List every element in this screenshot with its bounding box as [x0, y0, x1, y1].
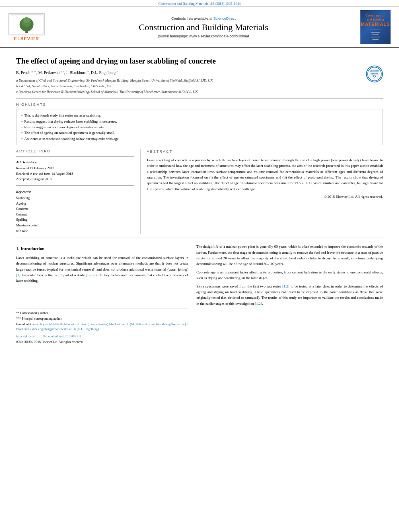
highlight-item-3: Results suggest an optimum degree of sat…	[21, 124, 378, 130]
cover-line1: Construction	[366, 14, 386, 18]
elsevier-logo-img	[8, 13, 45, 35]
sciencedirect-link[interactable]: ScienceDirect	[214, 16, 236, 21]
intro-heading: 1. Introduction	[16, 245, 188, 253]
contents-line: Contents lists available at ScienceDirec…	[51, 16, 356, 21]
article-history-label: Article history:	[16, 160, 134, 164]
cover-line3: MATERIALS	[361, 21, 390, 27]
topbar-citation: Construction and Building Materials 188 …	[158, 2, 241, 6]
author-petkovski: M. Petkovski a,*	[38, 70, 64, 75]
check-updates-circle: Check for updates ↻	[366, 66, 383, 82]
footnote-principal: *** Principal corresponding author.	[16, 316, 188, 321]
keyword-6: Moisture content	[16, 223, 134, 228]
author-peach: B. Peach a,**	[16, 70, 36, 75]
separator-body	[16, 238, 383, 238]
separator-keywords	[16, 185, 134, 186]
keyword-3: Concrete	[16, 206, 134, 212]
keyword-5: Spalling	[16, 217, 134, 223]
keywords-label: Keywords:	[16, 190, 134, 194]
intro-paragraph-right-1: The design life of a nuclear power plant…	[196, 244, 383, 267]
abstract-label: ABSTRACT	[147, 149, 383, 155]
separator-1	[16, 98, 383, 99]
abstract-col: ABSTRACT Laser scabbling of concrete is …	[141, 149, 383, 234]
article-title: The effect of ageing and drying on laser…	[16, 56, 383, 66]
keyword-4: Cement	[16, 212, 134, 218]
keyword-1: Scabbling	[16, 195, 134, 201]
info-abstract-row: ARTICLE INFO Article history: Received 1…	[16, 149, 383, 234]
svg-text:Check for: Check for	[370, 70, 379, 72]
intro-paragraph-right-2: Concrete age is an important factor affe…	[196, 269, 383, 281]
journal-header: ELSEVIER Contents lists available at Sci…	[0, 7, 399, 48]
footnote-corresponding: ** Corresponding author.	[16, 311, 188, 316]
doi-line[interactable]: https://doi.org/10.1016/j.conbuildmat.20…	[16, 334, 188, 339]
article-info-col: ARTICLE INFO Article history: Received 1…	[16, 149, 141, 234]
copyright-line: 0950-0618/© 2018 Elsevier Ltd. All right…	[16, 340, 188, 345]
contents-text: Contents lists available at	[171, 16, 212, 21]
keyword-7: w/b ratio	[16, 228, 134, 234]
author-engelberg: D.L. Engelberg c	[91, 70, 118, 75]
affiliations: a Department of Civil and Structural Eng…	[16, 78, 383, 94]
journal-title-center: Contents lists available at ScienceDirec…	[51, 16, 356, 38]
elsevier-brand: ELSEVIER	[14, 36, 39, 41]
abstract-copyright: © 2018 Elsevier Ltd. All rights reserved…	[147, 194, 383, 200]
highlight-item-4: The effect of ageing on saturated specim…	[21, 130, 378, 136]
body-col-left: 1. Introduction Laser scabbling of concr…	[16, 244, 188, 345]
affiliation-b: b TWI Ltd, Granta Park, Great Abington, …	[16, 84, 383, 89]
highlights-list: This is the fourth study in a series on …	[21, 113, 378, 142]
affiliation-a: a Department of Civil and Structural Eng…	[16, 78, 383, 83]
highlight-item-2: Results suggest that drying reduces lase…	[21, 119, 378, 124]
keyword-2: Ageing	[16, 201, 134, 207]
authors-line: B. Peach a,**, M. Petkovski a,*, J. Blac…	[16, 70, 383, 76]
highlights-label: HIGHLIGHTS	[16, 103, 383, 107]
body-col-right: The design life of a nuclear power plant…	[196, 244, 383, 345]
email-label: E-mail addresses:	[16, 322, 39, 326]
svg-point-4	[23, 17, 29, 23]
accepted-date: Accepted 20 August 2018	[16, 177, 134, 182]
journal-cover: Construction and Building MATERIALS ════…	[360, 10, 393, 44]
footnote-emails: E-mail addresses: bdpeach1@sheffield.ac.…	[16, 322, 188, 332]
received-date-2: Received in revised form 14 August 2018	[16, 171, 134, 177]
abstract-text: Laser scabbling of concrete is a process…	[147, 157, 383, 192]
author-blackburn: J. Blackburn b	[66, 70, 89, 75]
intro-title: Introduction	[21, 246, 45, 251]
intro-paragraph-right-3: Extra specimens were saved from the firs…	[196, 283, 383, 307]
elsevier-logo: ELSEVIER	[6, 13, 47, 41]
intro-paragraph-1: Laser scabbling of concrete is a techniq…	[16, 255, 188, 284]
highlights-box: This is the fourth study in a series on …	[16, 109, 383, 145]
article-content: The effect of ageing and drying on laser…	[0, 48, 399, 349]
journal-topbar: Construction and Building Materials 188 …	[0, 0, 399, 7]
highlight-item-5: An increase in stochastic scabbling beha…	[21, 136, 378, 142]
ref-1-2: [1,2]	[282, 284, 289, 288]
footnotes-area: ** Corresponding author. *** Principal c…	[16, 308, 188, 345]
svg-text:↻: ↻	[373, 74, 376, 78]
homepage-text: journal homepage: www.elsevier.com/locat…	[158, 34, 249, 38]
ref-1: [1]	[16, 273, 21, 277]
article-info-label: ARTICLE INFO	[16, 149, 134, 153]
ref-1-3: [1–3]	[86, 273, 94, 277]
body-two-col: 1. Introduction Laser scabbling of concr…	[16, 244, 383, 345]
journal-homepage: journal homepage: www.elsevier.com/locat…	[51, 34, 356, 38]
affiliation-c: c Research Centre for Radwaste & Decommi…	[16, 89, 383, 94]
cover-line2: and Building	[367, 18, 384, 21]
journal-name: Construction and Building Materials	[51, 22, 356, 33]
email-addresses: bdpeach1@sheffield.ac.uk (B. Peach), m.p…	[16, 322, 188, 331]
cover-image: Construction and Building MATERIALS ════…	[360, 10, 391, 44]
ref-1-2b: [1,2]	[255, 302, 262, 306]
received-date-1: Received 13 February 2017	[16, 166, 134, 171]
highlight-item-1: This is the fourth study in a series on …	[21, 113, 378, 118]
intro-number: 1.	[16, 246, 19, 251]
separator-info	[16, 156, 134, 157]
check-for-updates-badge: Check for updates ↻	[366, 66, 383, 82]
